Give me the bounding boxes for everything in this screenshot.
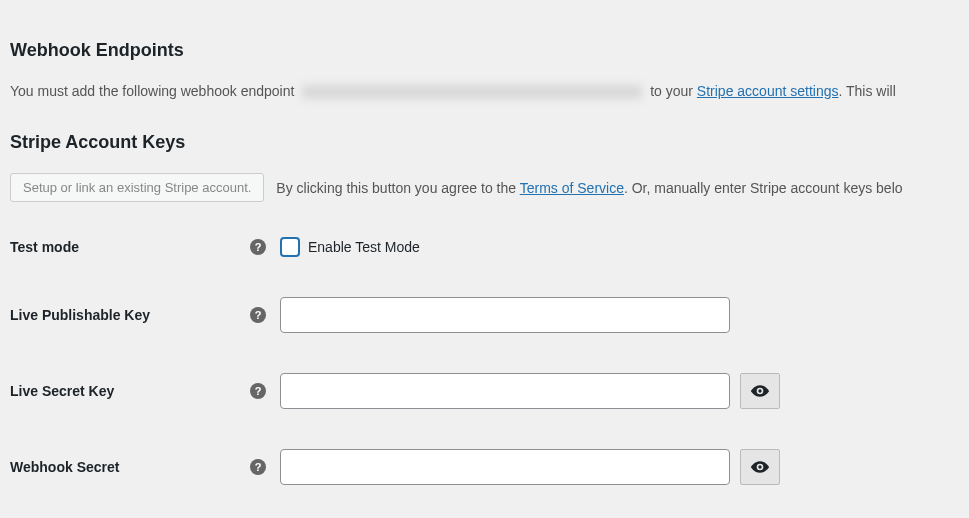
reveal-live-secret-button[interactable] <box>740 373 780 409</box>
webhook-url-blurred <box>302 85 642 99</box>
help-icon[interactable]: ? <box>250 307 266 323</box>
webhook-desc-mid: to your <box>650 83 697 99</box>
webhook-desc-prefix: You must add the following webhook endpo… <box>10 83 294 99</box>
setup-desc-prefix: By clicking this button you agree to the <box>276 180 519 196</box>
live-secret-key-label: Live Secret Key <box>10 383 250 399</box>
eye-icon <box>750 381 770 401</box>
setup-description: By clicking this button you agree to the… <box>276 180 902 196</box>
stripe-account-settings-link[interactable]: Stripe account settings <box>697 83 839 99</box>
webhook-endpoint-description: You must add the following webhook endpo… <box>10 81 959 102</box>
eye-icon <box>750 457 770 477</box>
webhook-secret-label: Webhook Secret <box>10 459 250 475</box>
setup-desc-suffix: . Or, manually enter Stripe account keys… <box>624 180 903 196</box>
enable-test-mode-checkbox[interactable] <box>280 237 300 257</box>
live-publishable-key-label: Live Publishable Key <box>10 307 250 323</box>
help-icon[interactable]: ? <box>250 239 266 255</box>
test-mode-label: Test mode <box>10 239 250 255</box>
reveal-webhook-secret-button[interactable] <box>740 449 780 485</box>
webhook-desc-suffix: . This will <box>838 83 895 99</box>
stripe-account-keys-heading: Stripe Account Keys <box>10 132 959 153</box>
setup-stripe-account-button[interactable]: Setup or link an existing Stripe account… <box>10 173 264 202</box>
live-secret-key-input[interactable] <box>280 373 730 409</box>
help-icon[interactable]: ? <box>250 459 266 475</box>
enable-test-mode-checkbox-label: Enable Test Mode <box>308 239 420 255</box>
webhook-endpoints-heading: Webhook Endpoints <box>10 40 959 61</box>
terms-of-service-link[interactable]: Terms of Service <box>520 180 624 196</box>
live-publishable-key-input[interactable] <box>280 297 730 333</box>
help-icon[interactable]: ? <box>250 383 266 399</box>
webhook-secret-input[interactable] <box>280 449 730 485</box>
